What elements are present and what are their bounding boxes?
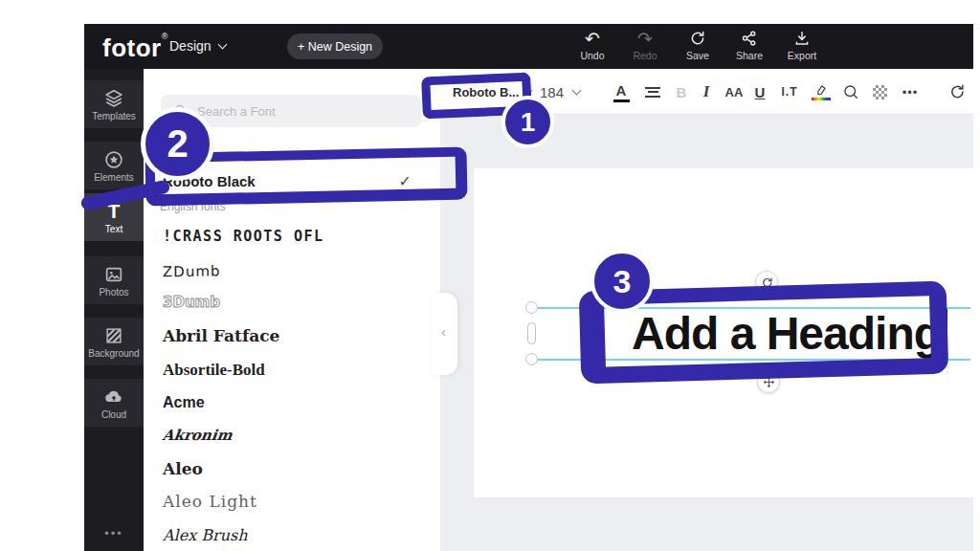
sidebar-item-text[interactable]: T Text (84, 193, 144, 241)
elements-label: Elements (84, 172, 144, 189)
font-option[interactable]: Aleo Light (163, 487, 421, 517)
sidebar-item-templates[interactable]: Templates (84, 80, 144, 128)
font-search-box[interactable] (161, 95, 421, 127)
sidebar-more-button[interactable]: ••• (84, 526, 144, 540)
font-option-roboto-black[interactable]: Roboto Black ✓ (144, 163, 440, 201)
italic-tool[interactable]: I (697, 69, 716, 115)
sidebar: Templates Elements T Text Photos Backgro… (84, 69, 144, 551)
sidebar-item-cloud[interactable]: Cloud (84, 379, 144, 427)
font-option[interactable]: Akronim (161, 421, 423, 451)
outline-tool[interactable] (840, 69, 861, 115)
photo-icon (84, 264, 144, 285)
highlighter-icon (813, 83, 829, 97)
text-label: Text (84, 224, 144, 241)
cloud-upload-icon (84, 386, 144, 408)
font-size-selector[interactable]: 184 (540, 69, 564, 115)
font-color-swatch (613, 99, 630, 102)
font-search-input[interactable] (197, 95, 412, 127)
export-icon (779, 30, 825, 49)
font-option[interactable]: !CRASS ROOTS OFL (163, 222, 421, 252)
font-option[interactable]: Abril Fatface (163, 321, 421, 351)
font-size-chevron-icon[interactable] (573, 69, 580, 115)
undo-label: Undo (569, 50, 615, 61)
photos-label: Photos (84, 287, 144, 304)
fotor-app: fotor® Design + New Design ↶ Undo ↷ Redo… (0, 0, 980, 551)
resize-handle-bottom-left[interactable] (525, 353, 538, 365)
save-sync-icon (675, 30, 721, 49)
letter-spacing-tool[interactable]: I.T (777, 69, 802, 115)
font-color-glyph: A (616, 82, 627, 99)
background-stripes-icon (84, 325, 144, 346)
english-fonts-section-label: English fonts (160, 200, 226, 213)
rainbow-swatch (812, 98, 831, 100)
font-option[interactable]: Acme (163, 387, 421, 417)
move-handle[interactable] (757, 370, 780, 393)
rotate-handle[interactable] (755, 271, 778, 294)
export-button[interactable]: Export (779, 30, 825, 61)
redo-icon: ↷ (622, 30, 668, 49)
export-label: Export (779, 50, 825, 61)
save-label: Save (675, 50, 721, 61)
redo-button[interactable]: ↷ Redo (622, 30, 668, 61)
selected-font-name: Roboto Black (163, 173, 256, 189)
cloud-label: Cloud (84, 409, 144, 427)
font-option[interactable]: ZDumb (163, 253, 421, 288)
font-option[interactable]: 3Dumb (163, 288, 421, 318)
font-panel: Used fonts Roboto Black ✓ English fonts … (144, 69, 440, 551)
circle-slash-icon (842, 83, 859, 100)
sidebar-item-background[interactable]: Background (84, 318, 144, 365)
used-fonts-section-label: Used fonts (160, 140, 214, 153)
resize-handle-left[interactable] (527, 322, 536, 344)
more-tools-button[interactable]: ••• (898, 69, 923, 115)
refresh-tool[interactable] (946, 69, 969, 115)
sidebar-item-elements[interactable]: Elements (84, 142, 144, 189)
underline-tool[interactable]: U (750, 69, 769, 115)
share-label: Share (726, 50, 772, 61)
heading-text-element[interactable]: Add a Heading (632, 306, 947, 360)
undo-icon: ↶ (569, 30, 615, 49)
text-cursor (944, 309, 947, 357)
heading-text: Add a Heading (632, 307, 941, 360)
check-icon: ✓ (399, 172, 412, 190)
highlight-tool[interactable] (810, 69, 833, 115)
font-color-tool[interactable]: A (611, 69, 632, 115)
redo-label: Redo (622, 50, 668, 61)
undo-button[interactable]: ↶ Undo (569, 30, 615, 61)
font-family-chevron-icon[interactable] (524, 69, 531, 115)
text-icon: T (84, 201, 144, 222)
font-option[interactable]: Alex Brush (163, 520, 421, 550)
templates-label: Templates (84, 111, 144, 128)
text-case-tool[interactable]: AA (722, 69, 746, 115)
background-label: Background (84, 348, 144, 365)
layers-icon (84, 88, 144, 109)
resize-handle-top-left[interactable] (525, 301, 538, 314)
rotate-icon (761, 276, 773, 289)
panel-collapse-button[interactable]: ‹ (433, 293, 457, 375)
checker-icon (873, 85, 887, 99)
app-header: fotor® Design + New Design ↶ Undo ↷ Redo… (84, 24, 973, 69)
search-icon (172, 102, 189, 120)
font-family-selector[interactable]: Roboto B... (453, 69, 519, 115)
header-actions: ↶ Undo ↷ Redo Save Share (84, 30, 973, 68)
transparency-tool[interactable] (869, 69, 890, 115)
chevron-left-icon: ‹ (441, 323, 446, 340)
save-button[interactable]: Save (675, 30, 721, 61)
font-option[interactable]: Aleo (163, 454, 421, 484)
bold-tool[interactable]: B (672, 69, 691, 115)
star-circle-icon (84, 149, 144, 170)
share-button[interactable]: Share (726, 30, 772, 61)
text-align-tool[interactable] (643, 69, 662, 115)
refresh-icon (948, 83, 966, 100)
text-toolbar: Roboto B... 184 A B I AA U I.T ••• (440, 69, 973, 115)
font-option[interactable]: Absortile-Bold (163, 355, 421, 385)
move-icon (763, 376, 775, 388)
share-icon (726, 30, 772, 49)
sidebar-item-photos[interactable]: Photos (84, 256, 144, 304)
